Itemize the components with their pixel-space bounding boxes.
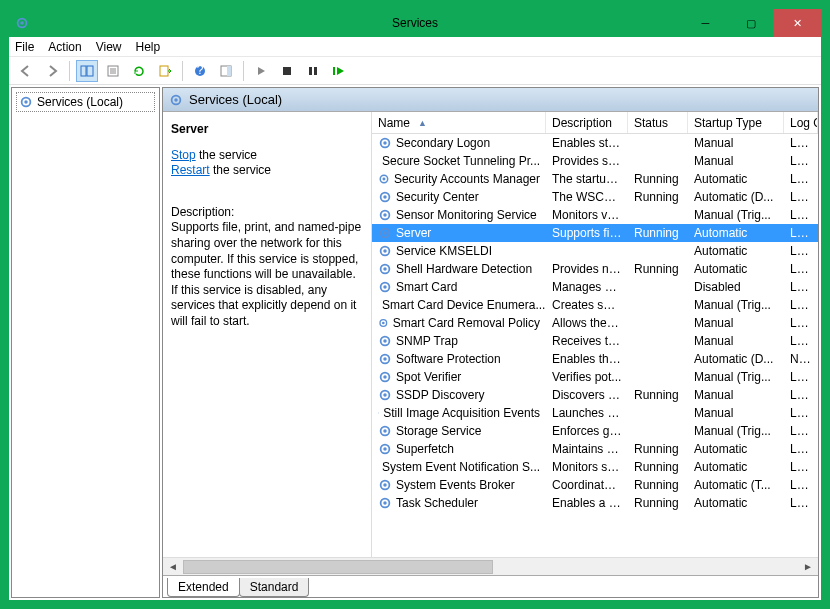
detail-panel: Server Stop the service Restart the serv… (163, 112, 371, 557)
service-row[interactable]: Smart CardManages ac...DisabledLoca (372, 278, 818, 296)
service-row[interactable]: SSDP DiscoveryDiscovers n...RunningManua… (372, 386, 818, 404)
cell-description: The startup ... (546, 172, 628, 186)
minimize-button[interactable]: ─ (683, 9, 728, 37)
cell-status: Running (628, 496, 688, 510)
services-icon (19, 95, 33, 109)
service-row[interactable]: Service KMSELDIAutomaticLoca (372, 242, 818, 260)
service-row[interactable]: Shell Hardware DetectionProvides no...Ru… (372, 260, 818, 278)
separator (69, 61, 70, 81)
restart-link[interactable]: Restart (171, 163, 210, 177)
cell-startup: Manual (Trig... (688, 370, 784, 384)
menu-file[interactable]: File (15, 40, 34, 54)
col-logon[interactable]: Log O (784, 112, 818, 133)
col-description[interactable]: Description (546, 112, 628, 133)
maximize-button[interactable]: ▢ (728, 9, 773, 37)
tree-root-services-local[interactable]: Services (Local) (16, 92, 155, 112)
svg-rect-2 (81, 66, 86, 76)
properties-button[interactable] (102, 60, 124, 82)
back-button[interactable] (15, 60, 37, 82)
description-label: Description: (171, 205, 363, 221)
svg-point-48 (383, 375, 387, 379)
col-name[interactable]: Name▲ (372, 112, 546, 133)
cell-description: Enables a us... (546, 496, 628, 510)
service-row[interactable]: Secondary LogonEnables star...ManualLoca (372, 134, 818, 152)
service-row[interactable]: Secure Socket Tunneling Pr...Provides su… (372, 152, 818, 170)
close-button[interactable]: ✕ (773, 9, 821, 37)
separator (243, 61, 244, 81)
service-row[interactable]: System Events BrokerCoordinates...Runnin… (372, 476, 818, 494)
separator (182, 61, 183, 81)
col-startup-type[interactable]: Startup Type (688, 112, 784, 133)
menu-help[interactable]: Help (136, 40, 161, 54)
service-row[interactable]: Sensor Monitoring ServiceMonitors va...M… (372, 206, 818, 224)
cell-logon: Loca (784, 334, 818, 348)
service-row[interactable]: Smart Card Device Enumera...Creates soft… (372, 296, 818, 314)
tab-extended[interactable]: Extended (167, 578, 240, 597)
help-button[interactable]: ? (189, 60, 211, 82)
action-pane-button[interactable] (215, 60, 237, 82)
cell-logon: Loca (784, 388, 818, 402)
svg-point-50 (383, 393, 387, 397)
refresh-button[interactable] (128, 60, 150, 82)
svg-point-56 (383, 447, 387, 451)
service-row[interactable]: Smart Card Removal PolicyAllows the s...… (372, 314, 818, 332)
service-icon (378, 226, 392, 240)
grid-header: Name▲ Description Status Startup Type Lo… (372, 112, 818, 134)
svg-rect-15 (314, 67, 317, 75)
service-row[interactable]: Storage ServiceEnforces gr...Manual (Tri… (372, 422, 818, 440)
scroll-thumb[interactable] (183, 560, 493, 574)
col-status[interactable]: Status (628, 112, 688, 133)
service-icon (378, 136, 392, 150)
svg-text:?: ? (197, 64, 204, 77)
cell-description: Discovers n... (546, 388, 628, 402)
service-row[interactable]: ServerSupports fil...RunningAutomaticLoc… (372, 224, 818, 242)
h-scrollbar[interactable]: ◄ ► (163, 557, 818, 575)
service-row[interactable]: System Event Notification S...Monitors s… (372, 458, 818, 476)
cell-startup: Manual (688, 136, 784, 150)
service-row[interactable]: Security CenterThe WSCSV...RunningAutoma… (372, 188, 818, 206)
cell-name: Service KMSELDI (372, 244, 546, 258)
tab-standard[interactable]: Standard (239, 578, 310, 597)
menu-action[interactable]: Action (48, 40, 81, 54)
show-hide-tree-button[interactable] (76, 60, 98, 82)
service-icon (378, 388, 392, 402)
cell-startup: Automatic (688, 496, 784, 510)
cell-name: Server (372, 226, 546, 240)
cell-description: The WSCSV... (546, 190, 628, 204)
cell-description: Receives tra... (546, 334, 628, 348)
svg-point-42 (382, 322, 385, 325)
service-row[interactable]: Task SchedulerEnables a us...RunningAuto… (372, 494, 818, 512)
scroll-right-icon[interactable]: ► (800, 559, 816, 575)
cell-name: SSDP Discovery (372, 388, 546, 402)
svg-rect-3 (87, 66, 93, 76)
restart-service-button[interactable] (328, 60, 350, 82)
menu-view[interactable]: View (96, 40, 122, 54)
service-row[interactable]: SuperfetchMaintains a...RunningAutomatic… (372, 440, 818, 458)
cell-name: Security Accounts Manager (372, 172, 546, 186)
scroll-left-icon[interactable]: ◄ (165, 559, 181, 575)
scroll-track[interactable] (181, 560, 800, 574)
service-row[interactable]: SNMP TrapReceives tra...ManualLoca (372, 332, 818, 350)
svg-rect-16 (333, 67, 335, 75)
export-button[interactable] (154, 60, 176, 82)
start-service-button[interactable] (250, 60, 272, 82)
stop-service-button[interactable] (276, 60, 298, 82)
service-icon (378, 406, 379, 420)
titlebar[interactable]: Services ─ ▢ ✕ (9, 9, 821, 37)
cell-startup: Manual (Trig... (688, 298, 784, 312)
service-row[interactable]: Software ProtectionEnables the ...Automa… (372, 350, 818, 368)
pause-service-button[interactable] (302, 60, 324, 82)
forward-button[interactable] (41, 60, 63, 82)
cell-logon: Loca (784, 208, 818, 222)
service-row[interactable]: Security Accounts ManagerThe startup ...… (372, 170, 818, 188)
service-icon (378, 244, 392, 258)
cell-status: Running (628, 190, 688, 204)
service-icon (378, 280, 392, 294)
service-row[interactable]: Spot VerifierVerifies pot...Manual (Trig… (372, 368, 818, 386)
cell-logon: Loca (784, 424, 818, 438)
service-row[interactable]: Still Image Acquisition EventsLaunches a… (372, 404, 818, 422)
stop-link[interactable]: Stop (171, 148, 196, 162)
cell-startup: Automatic (T... (688, 478, 784, 492)
cell-description: Monitors va... (546, 208, 628, 222)
cell-name: Secure Socket Tunneling Pr... (372, 154, 546, 168)
